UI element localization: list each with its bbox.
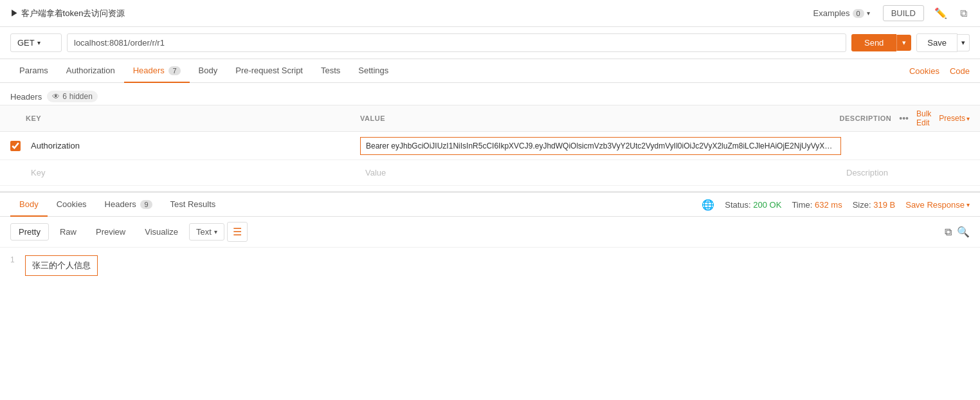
save-button-group: Save ▾ <box>916 33 970 52</box>
response-tab-headers[interactable]: Headers 9 <box>96 193 161 217</box>
status-value: 200 OK <box>753 200 781 210</box>
response-text: 张三的个人信息 <box>25 255 98 276</box>
bulk-edit-link[interactable]: Bulk Edit <box>916 109 931 127</box>
tab-settings[interactable]: Settings <box>349 59 397 83</box>
response-content: 1 张三的个人信息 <box>10 255 970 276</box>
chevron-down-icon: ▾ <box>966 115 970 122</box>
key-column-header: KEY <box>26 114 360 122</box>
tab-params[interactable]: Params <box>10 59 57 83</box>
table-header-right: DESCRIPTION ••• Bulk Edit Presets ▾ <box>841 109 970 127</box>
copy-icon[interactable]: ⧉ <box>945 226 952 238</box>
headers-tab-badge: 7 <box>168 66 180 75</box>
url-bar: GET ▾ Send ▾ Save ▾ <box>0 27 980 59</box>
url-input[interactable] <box>67 33 846 52</box>
format-raw-button[interactable]: Raw <box>51 223 85 241</box>
chevron-down-icon: ▾ <box>214 228 217 235</box>
chevron-down-icon: ▾ <box>867 10 870 17</box>
globe-icon: 🌐 <box>702 199 714 211</box>
send-button[interactable]: Send <box>851 34 896 51</box>
table-row: Authorization Bearer eyJhbGciOiJIUzI1NiI… <box>0 132 980 160</box>
edit-icon[interactable]: ✏️ <box>932 6 950 21</box>
format-preview-button[interactable]: Preview <box>87 223 134 241</box>
code-link[interactable]: Code <box>950 66 970 76</box>
response-tab-body[interactable]: Body <box>10 193 48 217</box>
top-bar: ▶ 客户端拿着token去访问资源 Examples 0 ▾ BUILD ✏️ … <box>0 0 980 27</box>
empty-value[interactable]: Value <box>360 163 841 183</box>
headers-badge: 9 <box>140 200 152 209</box>
request-tabs: Params Authorization Headers 7 Body Pre-… <box>0 59 980 83</box>
size-value: 319 B <box>873 200 895 210</box>
method-selector[interactable]: GET ▾ <box>10 33 62 52</box>
copy-icon[interactable]: ⧉ <box>957 6 970 21</box>
eye-icon: 👁 <box>52 92 60 101</box>
tab-right-links: Cookies Code <box>909 66 970 76</box>
format-bar: Pretty Raw Preview Visualize Text ▾ ☰ ⧉ … <box>0 217 980 248</box>
build-button[interactable]: BUILD <box>883 5 924 21</box>
save-button[interactable]: Save <box>916 33 957 52</box>
value-column-header: VALUE <box>360 114 841 122</box>
table-header: KEY VALUE DESCRIPTION ••• Bulk Edit Pres… <box>0 105 980 132</box>
send-button-group: Send ▾ <box>851 34 911 51</box>
send-dropdown-button[interactable]: ▾ <box>896 35 911 51</box>
tab-authorization[interactable]: Authorization <box>57 59 124 83</box>
response-tab-cookies[interactable]: Cookies <box>48 193 96 217</box>
presets-dropdown[interactable]: Presets ▾ <box>939 114 970 123</box>
save-response-button[interactable]: Save Response ▾ <box>905 200 970 210</box>
time-value: 632 ms <box>815 200 842 210</box>
response-meta: 🌐 Status: 200 OK Time: 632 ms Size: 319 … <box>702 199 970 211</box>
tab-body[interactable]: Body <box>190 59 227 83</box>
save-dropdown-button[interactable]: ▾ <box>957 34 970 51</box>
row-key[interactable]: Authorization <box>26 134 360 157</box>
hidden-badge: 👁 6 hidden <box>47 91 98 102</box>
empty-key[interactable]: Key <box>26 163 360 183</box>
format-type-dropdown[interactable]: Text ▾ <box>189 223 224 241</box>
response-tab-test-results[interactable]: Test Results <box>161 193 225 217</box>
page-title: ▶ 客户端拿着token去访问资源 <box>10 8 125 19</box>
response-body: 1 张三的个人信息 <box>0 248 980 299</box>
headers-section: Headers 👁 6 hidden <box>0 83 980 105</box>
wrap-button[interactable]: ☰ <box>227 222 248 242</box>
empty-description[interactable]: Description <box>841 163 970 183</box>
desc-column-header: DESCRIPTION <box>840 114 892 122</box>
examples-badge: 0 <box>853 9 864 18</box>
format-visualize-button[interactable]: Visualize <box>136 223 186 241</box>
row-checkbox[interactable] <box>10 141 21 151</box>
row-description[interactable] <box>841 140 970 152</box>
table-row-empty: Key Value Description <box>0 160 980 186</box>
examples-button[interactable]: Examples 0 ▾ <box>808 6 875 21</box>
format-icons: ⧉ 🔍 <box>945 226 970 238</box>
row-value[interactable]: Bearer eyJhbGciOiJIUzI1NiIsInR5cCI6IkpXV… <box>360 137 841 155</box>
chevron-down-icon: ▾ <box>37 39 41 46</box>
line-number: 1 <box>10 255 15 264</box>
cookies-link[interactable]: Cookies <box>909 66 939 76</box>
top-bar-actions: Examples 0 ▾ BUILD ✏️ ⧉ <box>808 5 970 21</box>
tab-tests[interactable]: Tests <box>312 59 349 83</box>
response-tabs: Body Cookies Headers 9 Test Results 🌐 St… <box>0 193 980 217</box>
search-icon[interactable]: 🔍 <box>957 226 970 238</box>
more-options-button[interactable]: ••• <box>899 113 909 123</box>
tab-headers[interactable]: Headers 7 <box>124 59 190 83</box>
tab-pre-request[interactable]: Pre-request Script <box>226 59 312 83</box>
headers-label: Headers 👁 6 hidden <box>10 88 970 105</box>
response-section: Body Cookies Headers 9 Test Results 🌐 St… <box>0 191 980 299</box>
chevron-down-icon: ▾ <box>966 201 970 208</box>
format-pretty-button[interactable]: Pretty <box>10 223 49 241</box>
